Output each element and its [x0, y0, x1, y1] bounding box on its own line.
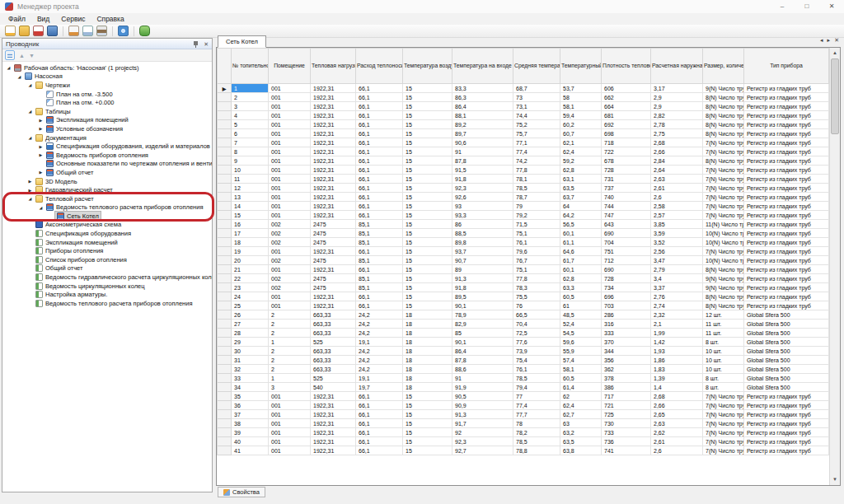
expand-arrow-icon[interactable]: ◢	[16, 74, 23, 79]
cell[interactable]: 29	[232, 338, 269, 347]
cell[interactable]: 001	[269, 437, 311, 446]
cell[interactable]: Регистр из гладких труб	[744, 138, 829, 147]
tree-item[interactable]: ▶3D Модель	[2, 177, 212, 186]
cell[interactable]: 19	[232, 247, 269, 256]
cell[interactable]: 2	[232, 93, 269, 102]
cell[interactable]: Регистр из гладких труб	[744, 102, 829, 111]
cell[interactable]: 18	[403, 374, 452, 383]
cell[interactable]: 2,64	[651, 166, 703, 175]
minimize-button-icon[interactable]: –	[770, 0, 795, 13]
cell[interactable]: 002	[269, 238, 311, 247]
cell[interactable]: Регистр из гладких труб	[744, 256, 829, 265]
cell[interactable]: 1922,31	[311, 184, 356, 193]
cell[interactable]: 66,1	[356, 437, 403, 446]
cell[interactable]: 15	[403, 147, 452, 156]
cell[interactable]: 15	[403, 102, 452, 111]
cell[interactable]: 2	[269, 329, 311, 338]
cell[interactable]: 90,6	[452, 138, 513, 147]
row-header[interactable]	[218, 120, 232, 129]
cell[interactable]: Регистр из гладких труб	[744, 301, 829, 310]
tree-item[interactable]: Список приборов отопления	[2, 255, 212, 264]
cell[interactable]: 1922,31	[311, 392, 356, 401]
cell[interactable]: 77,8	[513, 166, 560, 175]
cell[interactable]: Регистр из гладких труб	[744, 193, 829, 202]
close-tab-icon[interactable]: ✕	[834, 36, 839, 44]
cell[interactable]: 8(N) Число труб	[703, 93, 744, 102]
cell[interactable]: 48,5	[560, 310, 602, 320]
tab-properties[interactable]: Свойства	[218, 487, 265, 497]
cell[interactable]: Регистр из гладких труб	[744, 437, 829, 446]
cell[interactable]: 7(N) Число труб	[703, 401, 744, 410]
row-header[interactable]	[218, 193, 232, 202]
cell[interactable]: 30	[232, 347, 269, 356]
cell[interactable]: 1922,31	[311, 292, 356, 301]
cell[interactable]: 53,7	[560, 84, 602, 93]
cell[interactable]: 86,3	[452, 93, 513, 102]
cell[interactable]: Регистр из гладких труб	[744, 392, 829, 401]
page-setup-icon[interactable]	[82, 26, 93, 36]
cell[interactable]: 19,7	[356, 383, 403, 392]
cell[interactable]: 16	[232, 220, 269, 229]
cell[interactable]: 7(N) Число труб	[703, 175, 744, 184]
cell[interactable]: 001	[269, 129, 311, 138]
cell[interactable]: 85,1	[356, 229, 403, 238]
cell[interactable]: 66,1	[356, 93, 403, 102]
cell[interactable]: 77,4	[513, 147, 560, 156]
cell[interactable]: Регистр из гладких труб	[744, 202, 829, 211]
cell[interactable]: 2,63	[651, 419, 703, 428]
cell[interactable]: 10 шт.	[703, 365, 744, 374]
cell[interactable]: 8(N) Число труб	[703, 102, 744, 111]
cell[interactable]: 63,5	[560, 437, 602, 446]
cell[interactable]: 2475	[311, 238, 356, 247]
cell[interactable]: 60,7	[560, 129, 602, 138]
cell[interactable]: 1922,31	[311, 111, 356, 120]
column-header[interactable]: Плотность теплового потока, Вт/м2	[602, 49, 651, 84]
cell[interactable]: 91,7	[452, 419, 513, 428]
cell[interactable]: 1922,31	[311, 419, 356, 428]
cell[interactable]: 19,1	[356, 374, 403, 383]
cell[interactable]: 15	[403, 256, 452, 265]
cell[interactable]: 001	[269, 202, 311, 211]
cell[interactable]: 10 шт.	[703, 347, 744, 356]
cell[interactable]: 2,6	[651, 193, 703, 202]
row-header[interactable]	[218, 301, 232, 310]
expand-arrow-icon[interactable]: ◢	[26, 196, 34, 201]
cell[interactable]: 13	[232, 193, 269, 202]
cell[interactable]: 77,1	[513, 138, 560, 147]
cell[interactable]: 89,8	[452, 238, 513, 247]
cell[interactable]: 15	[403, 401, 452, 410]
tree-item[interactable]: Ведомость циркуляционных колец	[2, 282, 212, 291]
tree-item[interactable]: ▶Ведомость приборов отопления	[2, 151, 212, 160]
cell[interactable]: 7(N) Число труб	[703, 428, 744, 437]
cell[interactable]: 77,8	[513, 274, 560, 283]
cell[interactable]: 1922,31	[311, 166, 356, 175]
cell[interactable]: 2,61	[651, 437, 703, 446]
cell[interactable]: 1,42	[651, 338, 703, 347]
cell[interactable]: 24,2	[356, 320, 403, 329]
cell[interactable]: 75,4	[513, 356, 560, 365]
cell[interactable]: 663,33	[311, 320, 356, 329]
tree-item[interactable]: Ведомость теплового расчета приборов ото…	[2, 299, 212, 308]
column-header[interactable]: № топительног прибора	[232, 49, 269, 84]
cell[interactable]: 362	[602, 365, 651, 374]
cell[interactable]: 1,99	[651, 329, 703, 338]
cell[interactable]: 15	[403, 446, 452, 455]
move-down-icon[interactable]: ▼	[29, 53, 35, 58]
cell[interactable]: 370	[602, 338, 651, 347]
cell[interactable]: 57,4	[560, 356, 602, 365]
cell[interactable]: 2475	[311, 274, 356, 283]
cell[interactable]: 15	[403, 238, 452, 247]
cell[interactable]: 525	[311, 374, 356, 383]
cell[interactable]: 728	[602, 274, 651, 283]
cell[interactable]: 62,8	[560, 274, 602, 283]
row-header[interactable]	[218, 265, 232, 274]
cell[interactable]: 001	[269, 84, 311, 93]
cell[interactable]: Global Sfera 500	[744, 356, 829, 365]
cell[interactable]: 18	[403, 310, 452, 320]
cell[interactable]: 93	[452, 202, 513, 211]
cell[interactable]: 93,7	[452, 247, 513, 256]
cell[interactable]: 78,7	[513, 193, 560, 202]
cell[interactable]: 18	[403, 338, 452, 347]
cell[interactable]: 7(N) Число труб	[703, 211, 744, 220]
cell[interactable]: 77,6	[513, 338, 560, 347]
